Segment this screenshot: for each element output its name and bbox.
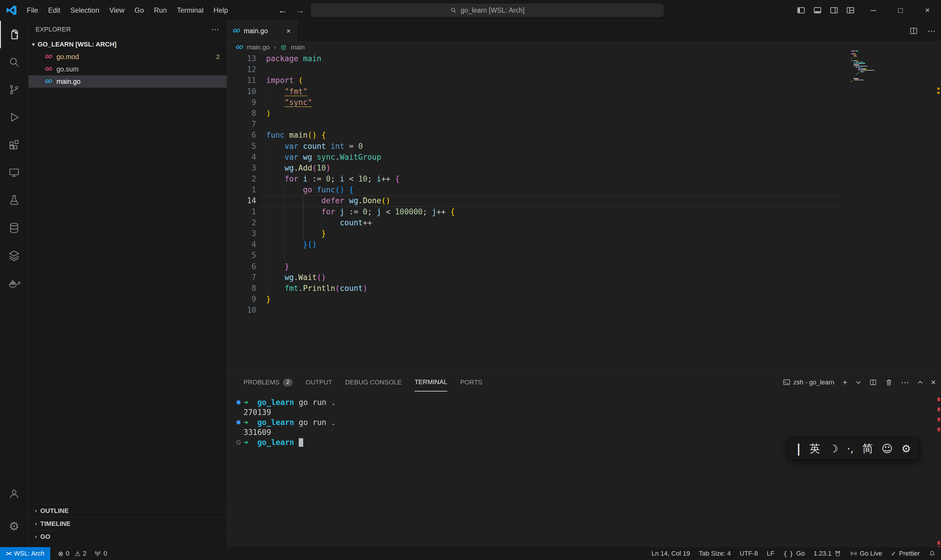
breadcrumb-file[interactable]: main.go	[247, 43, 270, 51]
close-tab-icon[interactable]: ×	[286, 26, 291, 35]
new-terminal-icon[interactable]: +	[843, 378, 847, 387]
terminal-dropdown-chevron-icon[interactable]	[856, 380, 861, 385]
minimize-button[interactable]: ─	[860, 0, 887, 21]
activity-source-control-button[interactable]	[0, 76, 28, 103]
indentation-status[interactable]: Tab Size: 4	[699, 550, 731, 557]
tab-terminal[interactable]: TERMINAL	[415, 373, 447, 391]
menu-edit[interactable]: Edit	[43, 6, 65, 14]
language-mode-status[interactable]: { } Go	[783, 550, 804, 557]
ime-fullhalf-moon-icon[interactable]: ☽	[829, 443, 838, 455]
explorer-more-actions-icon[interactable]: ⋯	[211, 25, 219, 34]
ime-punctuation-icon[interactable]: ·,	[847, 443, 854, 455]
explorer-root-folder[interactable]: ▾ GO_LEARN [WSL: ARCH]	[29, 38, 227, 51]
timeline-section-header[interactable]: › TIMELINE	[29, 517, 227, 530]
prettier-status[interactable]: ✓ Prettier	[891, 550, 920, 557]
toggle-panel-icon[interactable]	[813, 6, 822, 15]
overview-warning-mark	[937, 88, 940, 90]
go-sum-file-icon: GO	[45, 66, 52, 72]
menu-run[interactable]: Run	[149, 6, 172, 14]
activity-database-button[interactable]	[0, 214, 28, 242]
menu-file[interactable]: File	[22, 6, 43, 14]
split-editor-icon[interactable]	[909, 26, 918, 35]
layers-icon	[8, 249, 20, 262]
activity-docker-button[interactable]	[0, 269, 28, 297]
maximize-button[interactable]: □	[887, 0, 914, 21]
terminal-decoration-mark	[938, 428, 940, 431]
activity-run-debug-button[interactable]	[0, 103, 28, 131]
command-decoration-filled[interactable]	[237, 400, 241, 405]
go-live-status[interactable]: Go Live	[850, 550, 882, 557]
panel-more-actions-icon[interactable]: ⋯	[901, 378, 909, 387]
activity-search-button[interactable]	[0, 48, 28, 76]
kill-terminal-trash-icon[interactable]	[885, 378, 893, 386]
notifications-bell[interactable]	[929, 550, 936, 557]
cursor-position-status[interactable]: Ln 14, Col 19	[652, 550, 690, 557]
toggle-secondary-sidebar-icon[interactable]	[829, 6, 839, 15]
menu-view[interactable]: View	[105, 6, 130, 14]
activity-testing-button[interactable]	[0, 186, 28, 214]
command-decoration-filled[interactable]	[237, 420, 241, 425]
eol-status[interactable]: LF	[767, 550, 775, 557]
ime-lang-icon[interactable]: 英	[810, 442, 820, 456]
go-version-status[interactable]: 1.23.1	[814, 550, 841, 557]
remote-indicator[interactable]: >< WSL: Arch	[0, 547, 50, 560]
minimap[interactable]	[851, 51, 928, 92]
docker-icon	[8, 277, 20, 289]
menu-help[interactable]: Help	[209, 6, 233, 14]
code-content[interactable]: package mainimport ( "fmt" "sync")func m…	[266, 53, 455, 316]
tab-problems[interactable]: PROBLEMS 2	[243, 373, 292, 391]
terminal-icon	[783, 378, 790, 386]
tab-ports[interactable]: PORTS	[460, 373, 482, 391]
nav-back-button[interactable]: ←	[278, 0, 287, 21]
customize-layout-icon[interactable]	[846, 6, 855, 15]
split-terminal-icon[interactable]	[869, 378, 877, 386]
terminal-output[interactable]: ➜ go_learn go run .270139➜ go_learn go r…	[243, 397, 335, 447]
menu-go[interactable]: Go	[129, 6, 149, 14]
database-icon	[8, 222, 20, 234]
problems-status[interactable]: ⊗ 0 ⚠ 2	[58, 550, 86, 557]
accounts-button[interactable]	[0, 480, 28, 508]
toggle-sidebar-icon[interactable]	[796, 6, 806, 15]
close-window-button[interactable]: ×	[914, 0, 941, 21]
command-decoration-open[interactable]	[237, 440, 241, 445]
file-name: go.mod	[57, 53, 79, 61]
ime-emoji-icon[interactable]: ☺	[882, 443, 893, 455]
breadcrumb-symbol[interactable]: main	[291, 43, 305, 51]
file-item-go-mod[interactable]: GO go.mod 2	[29, 51, 227, 63]
tab-main-go[interactable]: GO main.go ×	[227, 21, 297, 41]
menu-terminal[interactable]: Terminal	[172, 6, 209, 14]
activity-layers-button[interactable]	[0, 242, 28, 269]
ime-toolbar[interactable]: |英☽·,简☺⚙	[787, 437, 920, 460]
go-section-header[interactable]: › GO	[29, 530, 227, 543]
activity-explorer-button[interactable]	[0, 21, 28, 48]
section-label: OUTLINE	[40, 507, 69, 515]
maximize-panel-chevron-icon[interactable]	[918, 380, 923, 385]
file-name: go.sum	[57, 65, 78, 73]
file-item-go-sum[interactable]: GO go.sum	[29, 63, 227, 75]
nav-forward-button[interactable]: →	[296, 0, 304, 21]
ime-settings-gear-icon[interactable]: ⚙	[901, 443, 911, 455]
encoding-status[interactable]: UTF-8	[740, 550, 758, 557]
ports-status[interactable]: 0	[94, 550, 107, 557]
command-center-search[interactable]: go_learn [WSL: Arch]	[311, 4, 663, 17]
section-label: GO	[40, 533, 50, 541]
terminal-instance-selector[interactable]: zsh - go_learn	[783, 378, 834, 386]
file-item-main-go[interactable]: GO main.go	[29, 75, 227, 88]
ime-simplified-icon[interactable]: 简	[863, 442, 873, 456]
panel-tab-label: OUTPUT	[306, 378, 332, 386]
remote-icon: ><	[6, 550, 11, 557]
tab-debug-console[interactable]: DEBUG CONSOLE	[345, 373, 402, 391]
activity-remote-explorer-button[interactable]	[0, 159, 28, 186]
outline-section-header[interactable]: › OUTLINE	[29, 504, 227, 517]
radio-tower-icon	[94, 550, 101, 557]
line-number-gutter: 131211109876543211412345678910	[227, 53, 256, 316]
tab-output[interactable]: OUTPUT	[306, 373, 332, 391]
settings-gear-button[interactable]: ⚙	[0, 516, 28, 537]
menu-selection[interactable]: Selection	[65, 6, 105, 14]
editor-more-actions-icon[interactable]: ⋯	[927, 26, 936, 36]
activity-extensions-button[interactable]	[0, 131, 28, 159]
status-bar: >< WSL: Arch ⊗ 0 ⚠ 2 0 Ln 14, Col 19 Tab…	[0, 547, 941, 560]
close-panel-icon[interactable]: ×	[931, 378, 936, 387]
error-icon: ⊗	[58, 550, 63, 557]
chevron-right-icon: ›	[35, 534, 37, 540]
